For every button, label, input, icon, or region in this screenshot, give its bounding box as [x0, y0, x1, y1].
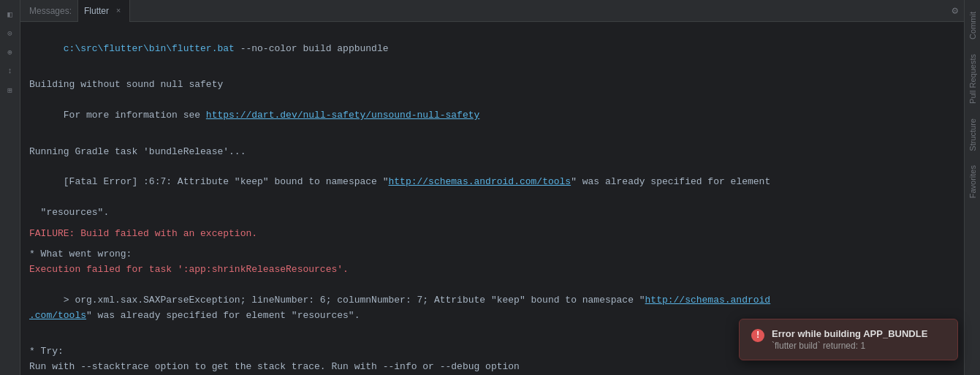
blank-line-1 [29, 72, 955, 77]
schemas-link[interactable]: http://schemas.android.com/tools [389, 176, 571, 187]
null-safety-line: Building without sound null safety [29, 77, 955, 93]
tab-name: Flutter [84, 6, 109, 16]
error-content: Error while building APP_BUNDLE `flutter… [772, 328, 927, 351]
left-sidebar: ◧ ⊙ ⊕ ↕ ⊞ [0, 0, 20, 375]
saxparse-suffix: " was already specified for element "res… [86, 310, 360, 321]
failure-line: FAILURE: Build failed with an exception. [29, 227, 955, 242]
command-line: c:\src\flutter\bin\flutter.bat --no-colo… [29, 26, 955, 72]
saxparse-prefix: > org.xml.sax.SAXParseException; lineNum… [64, 295, 645, 306]
tab-bar: Messages: Flutter × ⚙ [20, 0, 964, 22]
command-args: --no-color build appbundle [235, 43, 389, 54]
pull-requests-label[interactable]: Pull Requests [968, 54, 977, 104]
fatal-error-line: [Fatal Error] :6:7: Attribute "keep" bou… [29, 159, 955, 205]
sidebar-icon-3[interactable]: ⊕ [2, 44, 18, 60]
fatal-prefix: [Fatal Error] :6:7: Attribute "keep" bou… [64, 176, 389, 187]
error-toast: ! Error while building APP_BUNDLE `flutt… [739, 319, 958, 360]
flutter-tab[interactable]: Flutter × [77, 0, 130, 22]
execution-failed-line: Execution failed for task ':app:shrinkRe… [29, 262, 955, 278]
commit-label[interactable]: Commit [968, 12, 977, 39]
run-stacktrace-line: Run with --stacktrace option to get the … [29, 360, 955, 375]
settings-icon[interactable]: ⚙ [952, 4, 958, 17]
command-path[interactable]: c:\src\flutter\bin\flutter.bat [64, 43, 235, 54]
more-info-text: For more information see [64, 110, 206, 121]
null-safety-link[interactable]: https://dart.dev/null-safety/unsound-nul… [206, 110, 479, 121]
sidebar-icon-4[interactable]: ↕ [2, 63, 18, 79]
error-subtitle: `flutter build` returned: 1 [772, 341, 927, 351]
what-went-wrong-label: * What went wrong: [29, 247, 955, 262]
resources-line: "resources". [29, 205, 955, 221]
more-info-line: For more information see https://dart.de… [29, 93, 955, 138]
sidebar-icon-2[interactable]: ⊙ [2, 25, 18, 41]
right-sidebar: Commit Pull Requests Structure Favorites [964, 0, 980, 375]
blank-line-3 [29, 221, 955, 227]
gradle-line: Running Gradle task 'bundleRelease'... [29, 145, 955, 160]
messages-label: Messages: [23, 0, 77, 22]
tab-close-button[interactable]: × [113, 6, 124, 16]
error-title: Error while building APP_BUNDLE [772, 328, 927, 339]
blank-line-4 [29, 241, 955, 247]
error-circle-icon: ! [751, 329, 764, 342]
blank-line-2 [29, 139, 955, 145]
favorites-label[interactable]: Favorites [968, 165, 977, 198]
sidebar-icon-5[interactable]: ⊞ [2, 82, 18, 98]
fatal-suffix: " was already specified for element [571, 176, 770, 187]
structure-label[interactable]: Structure [968, 118, 977, 151]
sidebar-icon-1[interactable]: ◧ [2, 6, 18, 22]
